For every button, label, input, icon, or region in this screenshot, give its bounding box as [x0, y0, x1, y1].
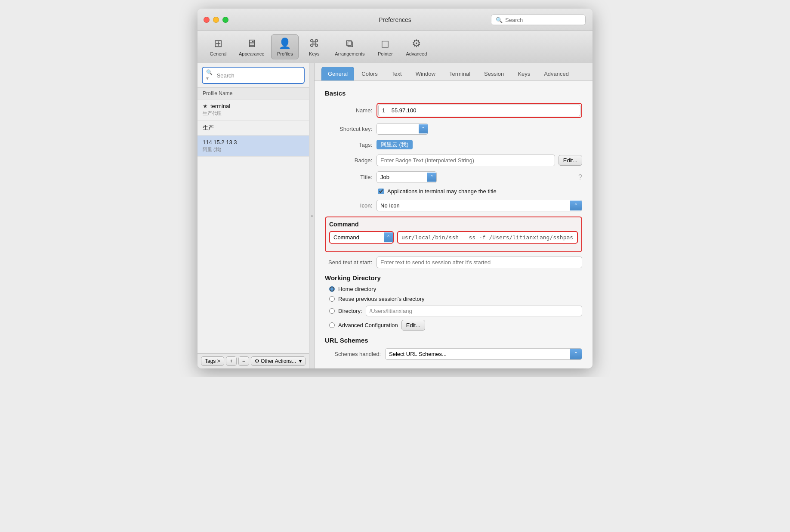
toolbar-item-appearance[interactable]: 🖥 Appearance — [234, 35, 269, 59]
tab-terminal[interactable]: Terminal — [443, 67, 477, 80]
tags-label: Tags: — [325, 142, 372, 148]
profile-item-terminal[interactable]: ★ terminal 生产代理 — [198, 99, 309, 121]
title-select[interactable]: Job — [377, 172, 427, 182]
icon-field: No Icon ⌃ — [376, 200, 582, 211]
arrangements-icon: ⧉ — [346, 37, 353, 49]
shortcut-select[interactable] — [377, 124, 419, 134]
add-profile-button[interactable]: + — [226, 356, 237, 366]
tag-badge[interactable]: 阿里云 (我) — [376, 140, 413, 149]
icon-row: Icon: No Icon ⌃ — [325, 200, 582, 211]
wd-directory-row: Directory: — [329, 306, 582, 316]
send-text-label: Send text at start: — [325, 259, 372, 266]
tab-advanced[interactable]: Advanced — [537, 67, 575, 80]
search-box[interactable]: 🔍 — [491, 14, 586, 25]
profile-item-name-production: 生产 — [203, 124, 304, 132]
wd-advanced-edit-button[interactable]: Edit... — [401, 320, 425, 331]
toolbar-item-advanced[interactable]: ⚙ Advanced — [401, 35, 432, 59]
toolbar-label-keys: Keys — [309, 51, 319, 56]
badge-row: Badge: Edit... — [325, 155, 582, 166]
wd-home-label: Home directory — [338, 286, 376, 292]
toolbar-item-pointer[interactable]: ◻ Pointer — [371, 35, 399, 59]
help-icon[interactable]: ? — [578, 173, 582, 181]
tab-colors[interactable]: Colors — [355, 67, 384, 80]
name-field — [376, 103, 582, 118]
tab-session[interactable]: Session — [478, 67, 510, 80]
toolbar-label-arrangements: Arrangements — [335, 51, 364, 56]
search-input[interactable] — [505, 16, 581, 23]
toolbar-item-profiles[interactable]: 👤 Profiles — [271, 34, 299, 59]
title-label: Title: — [325, 174, 372, 180]
profile-item-production[interactable]: 生产 — [198, 121, 309, 136]
tags-button[interactable]: Tags > — [201, 356, 224, 366]
send-text-field — [376, 257, 582, 268]
sidebar-search-inner: 🔍▾ — [202, 67, 305, 84]
wd-reuse-label: Reuse previous session's directory — [338, 296, 424, 302]
sidebar-search-icon: 🔍▾ — [206, 69, 214, 81]
title-arrow-icon: ⌃ — [427, 173, 436, 182]
badge-input[interactable] — [376, 155, 555, 166]
name-input[interactable] — [378, 105, 580, 116]
badge-edit-button[interactable]: Edit... — [559, 155, 582, 166]
command-select-arrow-icon: ⌃ — [384, 232, 393, 242]
shortcut-arrow-icon: ⌃ — [419, 124, 428, 133]
command-select[interactable]: Command Login Shell — [330, 232, 384, 243]
tab-keys[interactable]: Keys — [511, 67, 537, 80]
star-icon: ★ — [203, 103, 208, 109]
directory-input[interactable] — [366, 306, 582, 316]
basics-section-title: Basics — [325, 90, 582, 97]
profile-item-ip[interactable]: 114 15.2 13 3 阿里 (我) — [198, 136, 309, 157]
wd-home-row: Home directory — [329, 286, 582, 292]
toolbar: ⊞ General 🖥 Appearance 👤 Profiles ⌘ Keys… — [198, 31, 592, 63]
other-actions-label: ⚙ Other Actions... — [255, 358, 296, 364]
wd-directory-radio[interactable] — [329, 308, 335, 314]
toolbar-label-profiles: Profiles — [277, 51, 293, 56]
tab-bar: General Colors Text Window Terminal Sess… — [315, 63, 592, 81]
other-actions-button[interactable]: ⚙ Other Actions... ▾ — [251, 356, 306, 366]
send-text-input[interactable] — [376, 257, 582, 268]
titlebar: Preferences 🔍 — [198, 9, 592, 31]
toolbar-label-advanced: Advanced — [406, 51, 427, 56]
command-input[interactable] — [397, 231, 578, 244]
toolbar-item-arrangements[interactable]: ⧉ Arrangements — [330, 35, 370, 59]
remove-profile-button[interactable]: − — [238, 356, 249, 366]
shortcut-label: Shortcut key: — [325, 126, 372, 132]
url-schemes-section: URL Schemes Schemes handled: Select URL … — [325, 337, 582, 360]
icon-select[interactable]: No Icon — [377, 200, 570, 211]
toolbar-label-appearance: Appearance — [239, 51, 264, 56]
tab-window[interactable]: Window — [409, 67, 442, 80]
sidebar-bottom: Tags > + − ⚙ Other Actions... ▾ — [198, 353, 309, 368]
toolbar-label-general: General — [210, 51, 226, 56]
title-checkbox-label: Applications in terminal may change the … — [387, 188, 497, 195]
wd-reuse-radio[interactable] — [329, 296, 335, 302]
toolbar-item-keys[interactable]: ⌘ Keys — [300, 35, 328, 59]
sidebar-search-input[interactable] — [217, 72, 300, 79]
minimize-button[interactable] — [213, 17, 219, 23]
form-content: Basics Name: Shortcut key: — [315, 81, 592, 368]
command-section: Command Command Login Shell ⌃ — [325, 217, 582, 252]
url-schemes-select[interactable]: Select URL Schemes... — [386, 349, 570, 359]
command-section-title: Command — [329, 221, 578, 228]
icon-label: Icon: — [325, 202, 372, 209]
url-label: Schemes handled: — [325, 351, 381, 357]
wd-advanced-radio[interactable] — [329, 322, 335, 328]
wd-title: Working Directory — [325, 274, 582, 281]
traffic-lights — [204, 17, 228, 23]
pointer-icon: ◻ — [381, 37, 389, 49]
wd-home-radio[interactable] — [329, 286, 335, 292]
maximize-button[interactable] — [222, 17, 228, 23]
profile-item-sub-terminal: 生产代理 — [203, 110, 304, 117]
tab-text[interactable]: Text — [385, 67, 408, 80]
resize-handle[interactable] — [309, 63, 315, 368]
general-icon: ⊞ — [214, 37, 222, 49]
wd-advanced-row: Advanced Configuration Edit... — [329, 320, 582, 331]
close-button[interactable] — [204, 17, 210, 23]
profile-item-name-ip: 114 15.2 13 3 — [203, 139, 304, 145]
url-select-row: Schemes handled: Select URL Schemes... ⌃ — [325, 348, 582, 360]
toolbar-label-pointer: Pointer — [378, 51, 393, 56]
toolbar-item-general[interactable]: ⊞ General — [204, 35, 232, 59]
main-layout: 🔍▾ Profile Name ★ terminal 生产代理 生产 — [198, 63, 592, 368]
tab-general[interactable]: General — [321, 67, 354, 80]
badge-field: Edit... — [376, 155, 582, 166]
title-checkbox[interactable] — [378, 189, 384, 194]
working-directory-section: Working Directory Home directory Reuse p… — [325, 274, 582, 331]
